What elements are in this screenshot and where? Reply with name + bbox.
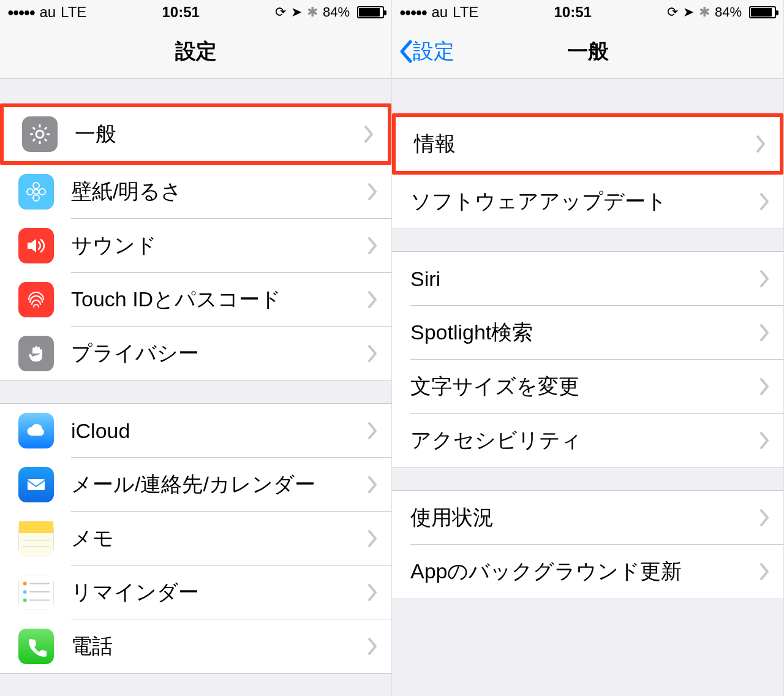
screen-settings: ●●●●● au LTE 10:51 ⟳ ➤ ✱ 84% 設定 一般壁紙/明るさ… bbox=[0, 0, 392, 696]
network-label: LTE bbox=[453, 4, 478, 21]
battery-pct: 84% bbox=[715, 4, 742, 20]
chevron-right-icon bbox=[363, 125, 374, 143]
svg-line-8 bbox=[45, 127, 47, 130]
status-time: 10:51 bbox=[554, 4, 591, 21]
status-bar: ●●●●● au LTE 10:51 ⟳ ➤ ✱ 84% bbox=[392, 0, 783, 25]
chevron-right-icon bbox=[759, 270, 770, 288]
chevron-right-icon bbox=[755, 135, 766, 153]
svg-rect-16 bbox=[19, 533, 53, 556]
status-time: 10:51 bbox=[162, 4, 199, 21]
chevron-right-icon bbox=[367, 183, 378, 201]
status-left: ●●●●● au LTE bbox=[399, 4, 478, 21]
row-label: Touch IDとパスコード bbox=[71, 286, 367, 314]
row-label: メール/連絡先/カレンダー bbox=[71, 471, 367, 499]
signal-dots-icon: ●●●●● bbox=[399, 6, 426, 19]
battery-icon bbox=[747, 6, 776, 18]
settings-row-hand[interactable]: プライバシー bbox=[0, 327, 391, 380]
notes-icon bbox=[18, 521, 54, 556]
settings-row-speaker[interactable]: サウンド bbox=[0, 219, 391, 273]
settings-row-mail[interactable]: メール/連絡先/カレンダー bbox=[0, 458, 391, 512]
row-label: iCloud bbox=[71, 419, 367, 443]
svg-point-13 bbox=[39, 189, 45, 195]
network-label: LTE bbox=[61, 4, 86, 21]
bluetooth-icon: ✱ bbox=[307, 4, 318, 20]
general-row[interactable]: アクセシビリティ bbox=[392, 414, 783, 467]
speaker-icon bbox=[18, 228, 54, 263]
row-label: Spotlight検索 bbox=[410, 319, 759, 347]
location-icon: ➤ bbox=[291, 4, 302, 20]
carrier-label: au bbox=[39, 4, 56, 21]
hand-icon bbox=[18, 336, 54, 371]
nav-bar: 設定 bbox=[0, 25, 391, 78]
chevron-right-icon bbox=[367, 529, 378, 548]
chevron-right-icon bbox=[759, 377, 770, 396]
row-label: 壁紙/明るさ bbox=[71, 178, 367, 206]
svg-point-11 bbox=[33, 195, 39, 201]
svg-point-10 bbox=[33, 183, 39, 189]
general-row[interactable]: ソフトウェアアップデート bbox=[392, 175, 783, 229]
page-title: 設定 bbox=[175, 37, 217, 66]
settings-row-flower[interactable]: 壁紙/明るさ bbox=[0, 165, 391, 219]
row-label: Siri bbox=[410, 267, 759, 291]
status-right: ⟳ ➤ ✱ 84% bbox=[667, 4, 776, 20]
status-bar: ●●●●● au LTE 10:51 ⟳ ➤ ✱ 84% bbox=[0, 0, 391, 25]
svg-point-12 bbox=[27, 189, 33, 195]
row-label: アクセシビリティ bbox=[410, 426, 759, 455]
svg-line-4 bbox=[33, 139, 36, 142]
orientation-lock-icon: ⟳ bbox=[275, 4, 286, 20]
row-label: 情報 bbox=[414, 130, 755, 158]
back-label: 設定 bbox=[413, 37, 454, 66]
carrier-label: au bbox=[431, 4, 448, 21]
battery-pct: 84% bbox=[323, 4, 350, 20]
reminders-icon bbox=[18, 575, 54, 610]
general-row[interactable]: 文字サイズを変更 bbox=[392, 360, 783, 414]
chevron-right-icon bbox=[367, 637, 378, 656]
settings-row-cloud[interactable]: iCloud bbox=[0, 404, 391, 458]
page-title: 一般 bbox=[567, 37, 609, 66]
svg-line-6 bbox=[33, 127, 36, 130]
flower-icon bbox=[18, 174, 54, 210]
svg-point-9 bbox=[34, 189, 39, 194]
chevron-right-icon bbox=[759, 509, 770, 527]
nav-bar: 設定 一般 bbox=[392, 25, 783, 78]
settings-row-fingerprint[interactable]: Touch IDとパスコード bbox=[0, 273, 391, 327]
settings-row-phone[interactable]: 電話 bbox=[0, 619, 391, 673]
settings-row-reminders[interactable]: リマインダー bbox=[0, 566, 391, 619]
general-row[interactable]: 使用状況 bbox=[392, 491, 783, 545]
orientation-lock-icon: ⟳ bbox=[667, 4, 678, 20]
gear-icon bbox=[22, 116, 58, 152]
row-label: 一般 bbox=[75, 120, 363, 148]
chevron-right-icon bbox=[367, 236, 378, 255]
bluetooth-icon: ✱ bbox=[699, 4, 710, 20]
svg-point-24 bbox=[23, 590, 27, 594]
chevron-right-icon bbox=[759, 192, 770, 211]
general-row[interactable]: Appのバックグラウンド更新 bbox=[392, 545, 783, 599]
chevron-left-icon bbox=[398, 39, 413, 64]
chevron-right-icon bbox=[367, 583, 378, 602]
chevron-right-icon bbox=[759, 562, 770, 581]
settings-row-gear[interactable]: 一般 bbox=[4, 107, 388, 161]
chevron-right-icon bbox=[367, 475, 378, 494]
row-label: サウンド bbox=[71, 232, 367, 260]
general-row[interactable]: Siri bbox=[392, 252, 783, 306]
back-button[interactable]: 設定 bbox=[398, 37, 454, 66]
general-row[interactable]: 情報 bbox=[396, 117, 780, 171]
row-label: ソフトウェアアップデート bbox=[410, 187, 759, 216]
chevron-right-icon bbox=[367, 290, 378, 309]
row-label: 文字サイズを変更 bbox=[410, 373, 759, 401]
svg-rect-14 bbox=[28, 479, 45, 490]
settings-row-notes[interactable]: メモ bbox=[0, 512, 391, 566]
chevron-right-icon bbox=[759, 323, 770, 342]
chevron-right-icon bbox=[367, 422, 378, 440]
general-row[interactable]: Spotlight検索 bbox=[392, 306, 783, 360]
svg-point-23 bbox=[23, 582, 27, 586]
svg-line-2 bbox=[45, 139, 47, 142]
mail-icon bbox=[18, 467, 54, 502]
row-label: メモ bbox=[71, 524, 367, 553]
fingerprint-icon bbox=[18, 282, 54, 317]
row-label: Appのバックグラウンド更新 bbox=[410, 558, 759, 586]
svg-point-0 bbox=[36, 130, 43, 138]
phone-icon bbox=[18, 629, 54, 664]
row-label: プライバシー bbox=[71, 339, 367, 368]
cloud-icon bbox=[18, 413, 54, 448]
